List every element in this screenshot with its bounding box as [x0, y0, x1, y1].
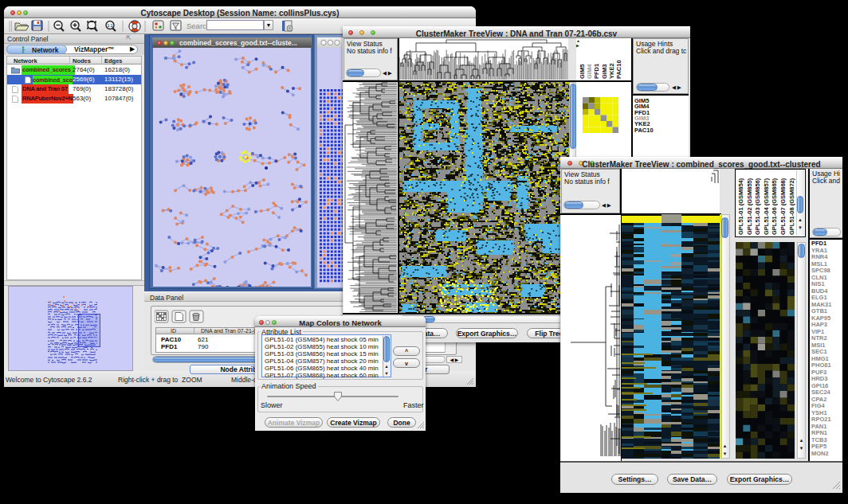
svg-text:1:1: 1:1	[108, 23, 113, 28]
